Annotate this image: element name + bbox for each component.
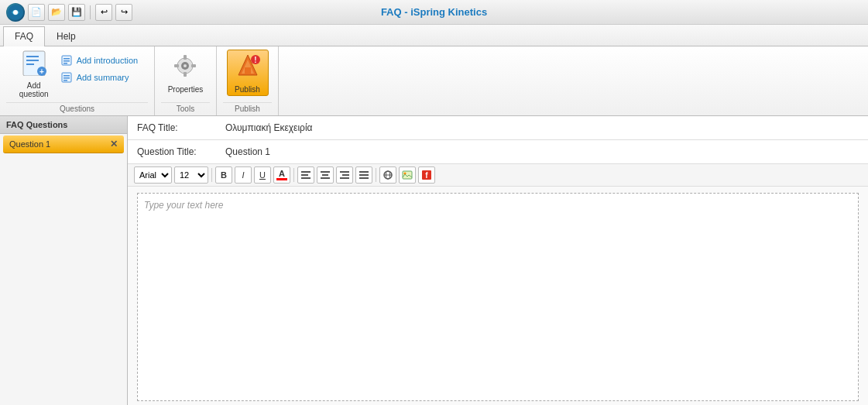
questions-group-label: Questions [6, 102, 148, 115]
toolbar-separator [90, 5, 91, 19]
svg-rect-38 [359, 174, 369, 176]
publish-group-content: ! Publish [227, 50, 269, 102]
svg-rect-11 [63, 63, 67, 64]
insert-flash-button[interactable]: f [418, 166, 435, 184]
ribbon: + Addquestion Add introd [0, 46, 868, 116]
app-title-brand: iSpring Kinetics [410, 6, 487, 18]
undo-button[interactable]: ↩ [95, 4, 112, 21]
align-right-button[interactable] [336, 166, 353, 184]
questions-group-content: + Addquestion Add introd [13, 50, 141, 102]
question-title-row: Question Title: [128, 140, 868, 164]
font-color-button[interactable]: A [273, 166, 290, 184]
main-container: FAQ Questions Question 1 ✕ FAQ Title: Qu… [0, 116, 868, 405]
add-summary-icon [61, 71, 74, 84]
add-question-icon: + [20, 48, 48, 80]
sidebar-item-q1[interactable]: Question 1 ✕ [3, 136, 124, 153]
svg-text:!: ! [254, 56, 256, 64]
svg-rect-33 [321, 177, 330, 179]
faq-title-row: FAQ Title: [128, 116, 868, 140]
app-title: FAQ - iSpring Kinetics [381, 6, 487, 18]
editor-placeholder: Type your text here [144, 200, 224, 211]
app-title-faq: FAQ - [381, 6, 410, 18]
align-center-button[interactable] [317, 166, 334, 184]
svg-rect-34 [340, 171, 349, 173]
add-introduction-button[interactable]: Add introduction [58, 53, 142, 68]
ribbon-group-publish: ! Publish Publish [217, 46, 279, 115]
title-bar: 📄 📂 💾 ↩ ↪ FAQ - iSpring Kinetics [0, 0, 868, 25]
ribbon-group-tools: Properties Tools [155, 46, 217, 115]
justify-button[interactable] [355, 166, 372, 184]
ribbon-group-questions: + Addquestion Add introd [0, 46, 155, 115]
font-family-select[interactable]: Arial [134, 166, 172, 184]
font-color-icon: A [276, 170, 287, 180]
svg-rect-13 [63, 75, 70, 77]
new-button[interactable]: 📄 [28, 4, 45, 21]
question-title-input[interactable] [222, 145, 859, 159]
toolbar-sep-2 [293, 168, 294, 182]
insert-link-button[interactable] [379, 166, 396, 184]
publish-group-label: Publish [223, 102, 272, 115]
svg-rect-15 [63, 80, 67, 81]
faq-title-input[interactable] [222, 121, 859, 135]
app-icon [6, 3, 25, 22]
add-introduction-label: Add introduction [77, 56, 139, 65]
tab-help[interactable]: Help [45, 26, 87, 46]
align-left-button[interactable] [297, 166, 314, 184]
add-question-label: Addquestion [19, 81, 49, 98]
svg-rect-20 [184, 72, 187, 77]
ribbon-tabs: FAQ Help [0, 25, 868, 46]
underline-button[interactable]: U [254, 166, 271, 184]
svg-rect-25 [245, 67, 251, 74]
publish-button[interactable]: ! Publish [227, 50, 269, 96]
bold-button[interactable]: B [215, 166, 232, 184]
close-icon[interactable]: ✕ [110, 139, 118, 149]
svg-rect-29 [301, 174, 308, 176]
faq-title-label: FAQ Title: [137, 122, 222, 133]
insert-image-button[interactable] [399, 166, 416, 184]
publish-label: Publish [235, 85, 260, 94]
sidebar-item-label: Question 1 [9, 139, 50, 149]
svg-rect-21 [174, 64, 179, 67]
add-summary-label: Add summary [77, 73, 129, 82]
svg-rect-9 [63, 58, 70, 60]
ribbon-small-btns: Add introduction Add summary [58, 50, 142, 85]
add-question-button[interactable]: + Addquestion [13, 50, 55, 96]
svg-rect-36 [340, 177, 349, 179]
font-size-select[interactable]: 12 [174, 166, 208, 184]
toolbar-sep-1 [211, 168, 212, 182]
svg-point-18 [184, 64, 187, 67]
svg-rect-5 [26, 63, 34, 65]
content-area: FAQ Title: Question Title: Arial 12 B I … [128, 116, 868, 405]
sidebar-title: FAQ Questions [0, 116, 127, 134]
tools-group-content: Properties [162, 50, 210, 102]
svg-rect-19 [184, 55, 187, 60]
add-summary-button[interactable]: Add summary [58, 70, 142, 85]
question-title-label: Question Title: [137, 146, 222, 157]
svg-rect-31 [321, 171, 330, 173]
properties-button[interactable]: Properties [162, 50, 210, 96]
editor-body[interactable]: Type your text here [137, 193, 859, 401]
svg-rect-4 [26, 60, 39, 61]
svg-point-1 [13, 10, 18, 15]
redo-button[interactable]: ↪ [115, 4, 132, 21]
svg-rect-3 [26, 56, 39, 57]
tools-group-label: Tools [161, 102, 210, 115]
properties-label: Properties [168, 85, 204, 94]
italic-button[interactable]: I [235, 166, 252, 184]
sidebar: FAQ Questions Question 1 ✕ [0, 116, 128, 405]
tab-faq[interactable]: FAQ [3, 26, 45, 46]
svg-rect-39 [359, 177, 369, 179]
open-button[interactable]: 📂 [48, 4, 65, 21]
title-bar-left: 📄 📂 💾 ↩ ↪ [6, 3, 132, 22]
svg-rect-35 [342, 174, 349, 176]
add-introduction-icon [61, 54, 74, 67]
svg-rect-32 [322, 174, 328, 176]
properties-icon [171, 52, 199, 84]
save-button[interactable]: 💾 [68, 4, 85, 21]
svg-rect-22 [191, 64, 196, 67]
svg-rect-28 [301, 171, 310, 173]
svg-rect-30 [301, 177, 310, 179]
svg-rect-37 [359, 171, 369, 173]
publish-icon: ! [234, 52, 262, 84]
svg-rect-14 [63, 77, 70, 79]
